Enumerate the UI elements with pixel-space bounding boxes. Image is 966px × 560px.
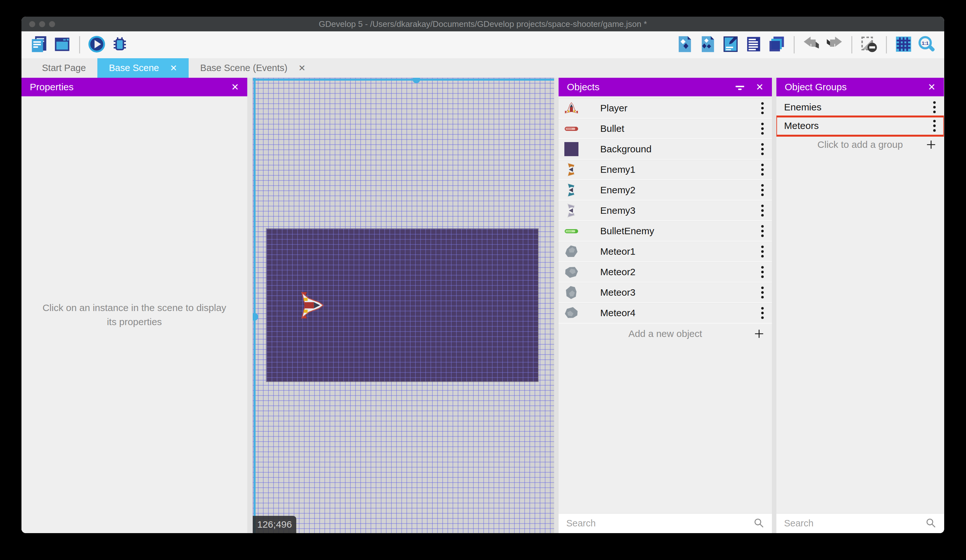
add-new-object-button[interactable]: Add a new object — [559, 324, 772, 344]
launch-preview-button[interactable] — [87, 36, 106, 54]
kebab-menu-icon[interactable] — [760, 306, 765, 320]
close-icon[interactable]: ✕ — [231, 82, 239, 92]
close-button[interactable] — [29, 21, 35, 27]
kebab-menu-icon[interactable] — [760, 245, 765, 258]
toggle-grid-button[interactable] — [894, 36, 913, 54]
tab-base-scene-events[interactable]: Base Scene (Events) ✕ — [189, 58, 317, 78]
tab-label: Start Page — [42, 63, 86, 73]
object-row-player[interactable]: Player — [559, 98, 772, 119]
object-groups-list: Enemies Meteors Click to add a group — [776, 96, 944, 513]
kebab-menu-icon[interactable] — [760, 204, 765, 217]
object-row-background[interactable]: Background — [559, 139, 772, 160]
tab-close-icon[interactable]: ✕ — [298, 63, 306, 73]
enemy3-ship-icon — [564, 203, 579, 218]
main-toolbar: 1:1 — [21, 31, 944, 58]
zoom-original-button[interactable]: 1:1 — [917, 36, 936, 54]
zoom-1-1-icon: 1:1 — [918, 36, 935, 54]
green-bullet-icon — [564, 223, 579, 239]
kebab-menu-icon[interactable] — [760, 102, 765, 115]
search-icon — [753, 517, 764, 530]
kebab-menu-icon[interactable] — [932, 100, 937, 114]
object-label: Enemy3 — [600, 205, 760, 216]
player-ship-instance[interactable] — [299, 290, 324, 321]
filter-icon[interactable] — [735, 82, 745, 92]
kebab-menu-icon[interactable] — [760, 122, 765, 135]
object-label: Player — [600, 103, 760, 114]
kebab-menu-icon[interactable] — [760, 183, 765, 197]
undo-icon — [803, 36, 820, 54]
object-row-enemy2[interactable]: Enemy2 — [559, 180, 772, 201]
separator — [76, 36, 83, 54]
window-controls — [29, 16, 55, 31]
instances-list-icon — [745, 36, 762, 54]
cursor-coordinates-badge: 126;496 — [253, 516, 296, 533]
tab-start-page[interactable]: Start Page ✕ — [30, 58, 97, 78]
tab-label: Base Scene (Events) — [200, 63, 287, 73]
objects-list: Player Bullet Background Enem — [559, 96, 772, 513]
object-row-meteor2[interactable]: Meteor2 — [559, 262, 772, 283]
group-row-enemies[interactable]: Enemies — [776, 98, 944, 117]
separator — [848, 36, 855, 54]
kebab-menu-icon[interactable] — [760, 265, 765, 279]
object-row-enemy3[interactable]: Enemy3 — [559, 201, 772, 221]
open-object-groups-panel-button[interactable] — [698, 36, 717, 54]
object-label: Bullet — [600, 123, 760, 134]
object-groups-panel-title: Object Groups — [785, 82, 917, 92]
open-objects-panel-button[interactable] — [675, 36, 694, 54]
window-title: GDevelop 5 - /Users/dkarakay/Documents/G… — [21, 19, 944, 29]
meteor3-icon — [564, 285, 579, 300]
project-manager-icon — [30, 36, 48, 54]
objects-panel-icon — [676, 36, 693, 54]
grid-icon — [895, 36, 912, 54]
close-icon[interactable]: ✕ — [756, 82, 764, 92]
object-row-enemy1[interactable]: Enemy1 — [559, 160, 772, 180]
kebab-menu-icon[interactable] — [760, 163, 765, 176]
separator — [790, 36, 798, 54]
undo-button[interactable] — [802, 36, 821, 54]
object-label: Enemy1 — [600, 164, 760, 175]
redo-button[interactable] — [825, 36, 844, 54]
kebab-menu-icon[interactable] — [932, 119, 937, 133]
scene-canvas[interactable]: 126;496 — [253, 78, 554, 533]
objects-search-bar — [559, 513, 772, 533]
zoom-button[interactable] — [49, 21, 55, 27]
player-ship-icon — [564, 100, 579, 116]
debug-button[interactable] — [110, 36, 129, 54]
object-row-bullet[interactable]: Bullet — [559, 119, 772, 139]
kebab-menu-icon[interactable] — [760, 142, 765, 156]
group-label: Enemies — [784, 102, 932, 113]
scene-window-button[interactable] — [53, 36, 71, 54]
group-row-meteors[interactable]: Meteors — [776, 117, 944, 135]
objects-panel: Objects ✕ Player Bullet — [559, 78, 772, 533]
delete-instances-button[interactable] — [860, 36, 878, 54]
objects-search-input[interactable] — [566, 518, 753, 529]
plus-icon — [753, 328, 765, 339]
object-row-meteor3[interactable]: Meteor3 — [559, 283, 772, 303]
selection-handle-left[interactable] — [253, 313, 258, 321]
selection-handle-top[interactable] — [412, 78, 420, 83]
editor-tabs: Start Page ✕ Base Scene ✕ Base Scene (Ev… — [21, 58, 944, 78]
open-layers-panel-button[interactable] — [767, 36, 786, 54]
close-icon[interactable]: ✕ — [928, 82, 936, 92]
open-properties-panel-button[interactable] — [721, 36, 740, 54]
properties-panel-icon — [722, 36, 739, 54]
kebab-menu-icon[interactable] — [760, 224, 765, 238]
object-row-bulletenemy[interactable]: BulletEnemy — [559, 221, 772, 242]
project-manager-button[interactable] — [30, 36, 48, 54]
kebab-menu-icon[interactable] — [760, 286, 765, 299]
tab-label: Base Scene — [109, 63, 159, 73]
object-row-meteor1[interactable]: Meteor1 — [559, 242, 772, 262]
title-bar: GDevelop 5 - /Users/dkarakay/Documents/G… — [21, 16, 944, 31]
add-group-button[interactable]: Click to add a group — [776, 135, 944, 154]
tab-base-scene[interactable]: Base Scene ✕ — [97, 58, 189, 78]
enemy2-ship-icon — [564, 182, 579, 198]
tab-close-icon[interactable]: ✕ — [170, 63, 177, 73]
object-row-meteor4[interactable]: Meteor4 — [559, 303, 772, 324]
groups-search-input[interactable] — [784, 518, 925, 529]
minimize-button[interactable] — [39, 21, 45, 27]
search-icon — [925, 517, 936, 530]
objects-panel-title: Objects — [567, 82, 724, 92]
toolbar-right-group: 1:1 — [675, 36, 936, 54]
open-instances-list-button[interactable] — [744, 36, 763, 54]
remove-instances-icon — [860, 36, 877, 54]
